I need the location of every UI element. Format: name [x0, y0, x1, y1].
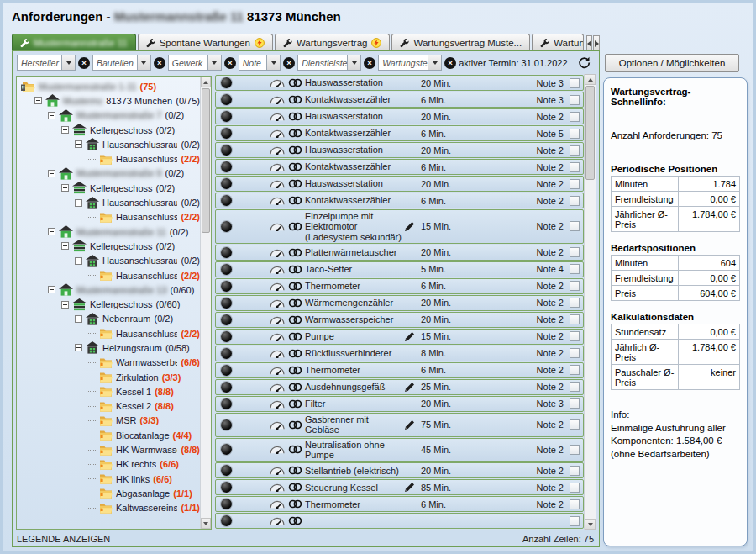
tree-item[interactable]: Hausanschluss(2/2)	[18, 151, 200, 166]
maintenance-row[interactable]: Einzelpumpe mit Elektromotor (Ladesystem…	[215, 209, 584, 244]
tree-scrollbar[interactable]	[200, 77, 211, 529]
tab-2[interactable]: Spontane Wartungen	[138, 34, 273, 51]
tree-item[interactable]: Kessel 2(8/8)	[18, 399, 200, 414]
tree-item[interactable]: Kellergeschoss(0/2)	[18, 239, 200, 253]
scroll-up-icon[interactable]	[201, 77, 211, 87]
tab-5[interactable]: Wartungsvertrag	[532, 34, 583, 51]
row-checkbox[interactable]	[570, 419, 580, 430]
row-checkbox[interactable]	[570, 112, 580, 122]
tab-4[interactable]: Wartungsvertrag Muste...	[391, 34, 530, 51]
row-checkbox[interactable]	[570, 365, 580, 375]
tree-collapse-icon[interactable]	[61, 184, 69, 192]
tree-item[interactable]: Mustermannstraße 11(0/2)	[18, 224, 200, 239]
maintenance-row[interactable]: Rückflussverhinderer8 Min.Note 2	[215, 346, 584, 361]
clear-filter-icon[interactable]: ×	[154, 57, 165, 69]
list-scrollbar[interactable]	[584, 74, 596, 530]
clear-filter-icon[interactable]: ×	[224, 57, 236, 69]
maintenance-row[interactable]: Pumpe15 Min.Note 2	[215, 329, 584, 345]
tree-item[interactable]: Warmwasserbereitung(6/6)	[18, 356, 200, 370]
clear-filter-icon[interactable]: ×	[444, 57, 456, 69]
maintenance-row[interactable]: Hauswasserstation20 Min.Note 2	[215, 108, 584, 124]
row-checkbox[interactable]	[570, 382, 580, 392]
scrollbar-thumb[interactable]	[202, 88, 210, 233]
tree-item[interactable]: Kellergeschoss(0/2)	[18, 181, 200, 195]
row-checkbox[interactable]	[570, 445, 580, 455]
tree-collapse-icon[interactable]	[75, 315, 82, 323]
row-checkbox[interactable]	[570, 129, 580, 139]
maintenance-row[interactable]: Thermometer6 Min.Note 2	[215, 496, 584, 512]
row-checkbox[interactable]	[570, 483, 580, 493]
tree-item[interactable]: Abgasanlage(1/1)	[18, 486, 200, 500]
tab-scroll-left-button[interactable]	[586, 35, 593, 51]
tree-collapse-icon[interactable]	[75, 140, 82, 148]
tree-collapse-icon[interactable]	[48, 286, 55, 293]
row-checkbox[interactable]	[570, 264, 580, 274]
maintenance-row[interactable]: Thermometer6 Min.Note 2	[215, 278, 584, 294]
row-checkbox[interactable]	[570, 78, 580, 88]
row-checkbox[interactable]	[570, 331, 580, 341]
scroll-down-icon[interactable]	[585, 519, 596, 530]
row-checkbox[interactable]	[570, 221, 580, 231]
maintenance-row[interactable]	[215, 513, 584, 529]
tree-item[interactable]: Mustermannstraße 13(0/60)	[18, 282, 200, 297]
row-checkbox[interactable]	[570, 348, 580, 358]
chevron-down-icon[interactable]	[207, 55, 221, 70]
scrollbar-thumb[interactable]	[585, 86, 595, 180]
tab-3[interactable]: Wartungsvertrag	[275, 34, 391, 51]
chevron-down-icon[interactable]	[137, 55, 150, 70]
maintenance-row[interactable]: Kontaktwasserzähler6 Min.Note 2	[215, 193, 584, 208]
row-checkbox[interactable]	[570, 499, 580, 509]
tree-item[interactable]: HK rechts(6/6)	[18, 457, 200, 472]
tree-collapse-icon[interactable]	[48, 112, 55, 119]
maintenance-row[interactable]: Plattenwärmetauscher20 Min.Note 2	[215, 245, 584, 261]
maintenance-row[interactable]: Filter20 Min.Note 3	[215, 396, 584, 412]
tree-item[interactable]: HK links(6/6)	[18, 472, 200, 486]
tree-item[interactable]: Biocatanlage(4/4)	[18, 428, 200, 442]
tree-item[interactable]: Kellergeschoss(0/60)	[18, 297, 200, 311]
tree-item[interactable]: Heizungsraum(0/58)	[18, 340, 200, 355]
filter-bauteilen-select[interactable]: Bauteilen	[92, 55, 151, 71]
tree-item[interactable]: Hausanschlussraum(0/2)	[18, 254, 200, 268]
tree-item[interactable]: Nebenraum(0/2)	[18, 312, 200, 326]
chevron-down-icon[interactable]	[428, 55, 441, 70]
tree-item[interactable]: Mustermannstraße 1181373 München(0/75)	[18, 93, 200, 108]
refresh-icon[interactable]	[577, 55, 591, 71]
tree-item[interactable]: Hausanschluss(2/2)	[18, 210, 200, 224]
maintenance-row[interactable]: Hauswasserstation20 Min.Note 3	[215, 75, 584, 91]
maintenance-row[interactable]: Kontaktwasserzähler6 Min.Note 2	[215, 159, 584, 175]
filter-gewerk-select[interactable]: Gewerk	[168, 55, 222, 71]
tree-collapse-icon[interactable]	[34, 97, 42, 104]
tree-item[interactable]: Mustermannstraße 1-11(75)	[18, 79, 200, 93]
clear-filter-icon[interactable]: ×	[364, 57, 375, 69]
maintenance-row[interactable]: Thermometer6 Min.Note 2	[215, 362, 584, 378]
filter-note-select[interactable]: Note	[239, 55, 281, 71]
row-checkbox[interactable]	[570, 398, 580, 409]
tree-item[interactable]: Hausanschluss(2/2)	[18, 268, 200, 282]
tree-item[interactable]: MSR(3/3)	[18, 414, 200, 428]
tree-item[interactable]: Kessel 1(8/8)	[18, 384, 200, 398]
scroll-down-icon[interactable]	[201, 518, 211, 529]
tree-collapse-icon[interactable]	[48, 228, 55, 235]
row-checkbox[interactable]	[570, 95, 580, 105]
filter-wartungstern-select[interactable]: Wartungstern	[378, 55, 442, 71]
tree-item[interactable]: Hausanschlussraum(0/2)	[18, 195, 200, 209]
row-checkbox[interactable]	[570, 281, 580, 291]
tree-item[interactable]: Mustermannstraße 7(0/2)	[18, 108, 200, 123]
row-checkbox[interactable]	[570, 247, 580, 257]
chevron-down-icon[interactable]	[266, 55, 280, 70]
legend-toggle[interactable]: LEGENDE ANZEIGEN	[13, 534, 110, 544]
maintenance-row[interactable]: Stellantrieb (elektrisch)20 Min.Note 2	[215, 462, 584, 478]
row-checkbox[interactable]	[570, 145, 580, 156]
tree-collapse-icon[interactable]	[61, 126, 69, 134]
tree-item[interactable]: Mustermannstraße 9(0/2)	[18, 166, 200, 181]
maintenance-row[interactable]: Gasbrenner mit Gebläse75 Min.Note 2	[215, 413, 584, 437]
clear-filter-icon[interactable]: ×	[283, 57, 295, 69]
tree-collapse-icon[interactable]	[61, 242, 69, 250]
tree-item[interactable]: Kellergeschoss(0/2)	[18, 123, 200, 137]
row-checkbox[interactable]	[570, 298, 580, 308]
row-checkbox[interactable]	[570, 162, 580, 172]
tab-scroll-right-button[interactable]	[593, 35, 600, 51]
filter-hersteller-select[interactable]: Hersteller	[17, 55, 76, 71]
tree-collapse-icon[interactable]	[48, 170, 55, 177]
maintenance-row[interactable]: Warmwasserspeicher20 Min.Note 2	[215, 312, 584, 328]
